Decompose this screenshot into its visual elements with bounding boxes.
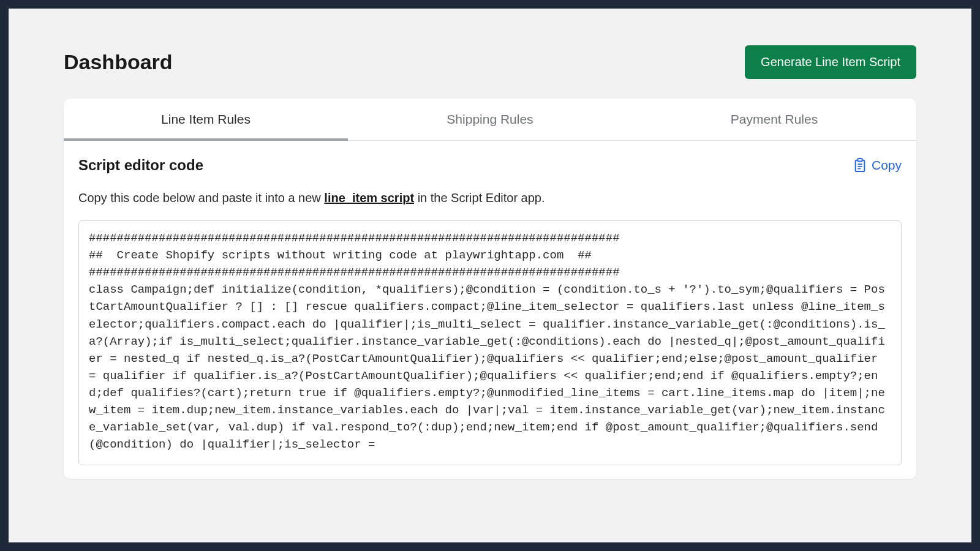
tab-shipping-rules[interactable]: Shipping Rules — [348, 99, 632, 140]
generate-line-item-script-button[interactable]: Generate Line Item Script — [745, 45, 916, 79]
page-header: Dashboard Generate Line Item Script — [64, 45, 916, 79]
code-editor[interactable]: ########################################… — [78, 220, 902, 465]
main-card: Line Item Rules Shipping Rules Payment R… — [64, 99, 916, 479]
card-body: Script editor code Copy Copy this code b… — [64, 141, 916, 479]
line-item-script-link[interactable]: line_item script — [324, 191, 414, 204]
svg-rect-1 — [858, 159, 862, 162]
copy-label: Copy — [872, 158, 902, 173]
tab-list: Line Item Rules Shipping Rules Payment R… — [64, 99, 916, 141]
tab-payment-rules[interactable]: Payment Rules — [632, 99, 916, 140]
section-header: Script editor code Copy — [78, 157, 902, 174]
clipboard-icon — [853, 158, 867, 173]
instruction-text: Copy this code below and paste it into a… — [78, 189, 902, 207]
copy-button[interactable]: Copy — [853, 158, 902, 173]
tab-line-item-rules[interactable]: Line Item Rules — [64, 99, 348, 140]
app-frame: Dashboard Generate Line Item Script Line… — [9, 9, 971, 542]
section-title: Script editor code — [78, 157, 203, 174]
instruction-prefix: Copy this code below and paste it into a… — [78, 191, 324, 204]
page-title: Dashboard — [64, 50, 173, 74]
instruction-suffix: in the Script Editor app. — [414, 191, 545, 204]
